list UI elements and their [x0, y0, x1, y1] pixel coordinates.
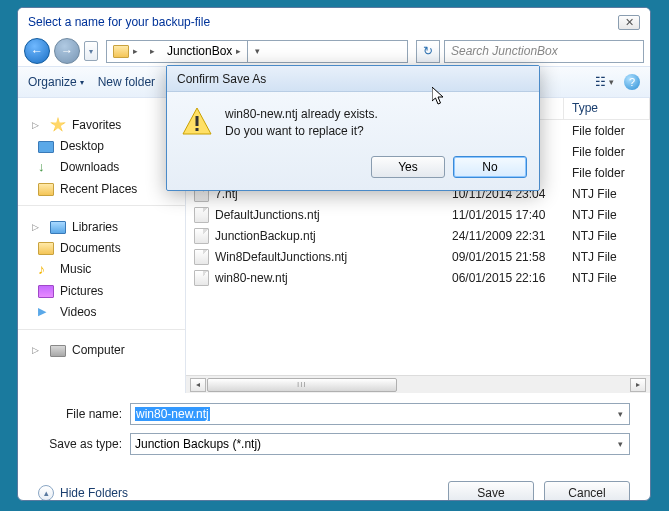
breadcrumb-item[interactable]: JunctionBox	[167, 44, 232, 58]
new-folder-button[interactable]: New folder	[98, 75, 155, 89]
sidebar-recent[interactable]: Recent Places	[18, 178, 185, 199]
file-icon	[194, 270, 209, 286]
collapse-icon: ▴	[38, 485, 54, 501]
action-bar: ▴ Hide Folders Save Cancel	[18, 471, 650, 501]
file-row[interactable]: DefaultJunctions.ntj11/01/2015 17:40NTJ …	[186, 204, 650, 225]
help-icon[interactable]: ?	[624, 74, 640, 90]
file-row[interactable]: win80-new.ntj06/01/2015 22:16NTJ File	[186, 267, 650, 288]
address-bar[interactable]: ▸ ▸ JunctionBox ▸ ▾	[106, 40, 408, 63]
scroll-right-arrow[interactable]: ▸	[630, 378, 646, 392]
sidebar-videos[interactable]: Videos	[18, 301, 185, 323]
confirm-dialog: Confirm Save As win80-new.ntj already ex…	[166, 65, 540, 191]
sidebar-downloads[interactable]: Downloads	[18, 156, 185, 178]
form-area: File name: win80-new.ntj Save as type: J…	[18, 393, 650, 471]
file-type: NTJ File	[564, 250, 650, 264]
no-button[interactable]: No	[453, 156, 527, 178]
refresh-button[interactable]: ↻	[416, 40, 440, 63]
sidebar-desktop[interactable]: Desktop	[18, 136, 185, 156]
file-date: 06/01/2015 22:16	[444, 271, 564, 285]
organize-menu[interactable]: Organize▾	[28, 75, 84, 89]
nav-history-chevron[interactable]: ▾	[84, 41, 98, 61]
svg-rect-1	[196, 116, 199, 126]
favorites-group[interactable]: ▷Favorites	[18, 114, 185, 136]
horizontal-scrollbar[interactable]: ◂ III ▸	[186, 375, 650, 393]
file-type: NTJ File	[564, 187, 650, 201]
file-icon	[194, 249, 209, 265]
nav-pane: ▷Favorites Desktop Downloads Recent Plac…	[18, 98, 186, 393]
sidebar-documents[interactable]: Documents	[18, 237, 185, 258]
sidebar-pictures[interactable]: Pictures	[18, 280, 185, 301]
svg-rect-2	[196, 128, 199, 131]
filename-input[interactable]: win80-new.ntj	[130, 403, 630, 425]
folder-icon	[113, 45, 129, 58]
file-date: 09/01/2015 21:58	[444, 250, 564, 264]
hide-folders-button[interactable]: ▴ Hide Folders	[38, 485, 128, 501]
window-title: Select a name for your backup-file	[28, 15, 210, 29]
file-row[interactable]: JunctionBackup.ntj24/11/2009 22:31NTJ Fi…	[186, 225, 650, 246]
videos-icon	[38, 304, 54, 320]
file-type: File folder	[564, 124, 650, 138]
dialog-message: win80-new.ntj already exists. Do you wan…	[225, 106, 378, 140]
computer-group[interactable]: ▷Computer	[18, 340, 185, 360]
type-label: Save as type:	[38, 437, 130, 451]
file-name: DefaultJunctions.ntj	[215, 208, 320, 222]
scroll-thumb[interactable]: III	[207, 378, 397, 392]
library-icon	[50, 221, 66, 234]
star-icon	[50, 117, 66, 133]
documents-icon	[38, 242, 54, 255]
type-select[interactable]: Junction Backups (*.ntj)	[130, 433, 630, 455]
file-row[interactable]: Win8DefaultJunctions.ntj09/01/2015 21:58…	[186, 246, 650, 267]
col-type[interactable]: Type	[564, 98, 650, 119]
music-icon	[38, 261, 54, 277]
file-type: File folder	[564, 166, 650, 180]
dialog-title: Confirm Save As	[167, 66, 539, 92]
file-name: win80-new.ntj	[215, 271, 288, 285]
cancel-button[interactable]: Cancel	[544, 481, 630, 501]
computer-icon	[50, 345, 66, 357]
desktop-icon	[38, 141, 54, 153]
file-icon	[194, 228, 209, 244]
file-icon	[194, 207, 209, 223]
file-type: NTJ File	[564, 271, 650, 285]
back-button[interactable]: ←	[24, 38, 50, 64]
file-type: File folder	[564, 145, 650, 159]
pictures-icon	[38, 285, 54, 298]
sidebar-music[interactable]: Music	[18, 258, 185, 280]
close-button[interactable]: ✕	[618, 15, 640, 30]
yes-button[interactable]: Yes	[371, 156, 445, 178]
scroll-left-arrow[interactable]: ◂	[190, 378, 206, 392]
nav-bar: ← → ▾ ▸ ▸ JunctionBox ▸ ▾ ↻ Search Junct…	[18, 36, 650, 66]
folder-icon	[38, 183, 54, 196]
file-name: JunctionBackup.ntj	[215, 229, 316, 243]
forward-button[interactable]: →	[54, 38, 80, 64]
search-input[interactable]: Search JunctionBox	[444, 40, 644, 63]
download-icon	[38, 159, 54, 175]
file-date: 24/11/2009 22:31	[444, 229, 564, 243]
address-dropdown[interactable]: ▾	[247, 41, 267, 62]
titlebar: Select a name for your backup-file ✕	[18, 8, 650, 36]
filename-label: File name:	[38, 407, 130, 421]
save-button[interactable]: Save	[448, 481, 534, 501]
view-options-button[interactable]: ☷ ▾	[595, 75, 614, 89]
warning-icon	[181, 106, 213, 138]
file-type: NTJ File	[564, 229, 650, 243]
file-type: NTJ File	[564, 208, 650, 222]
file-date: 11/01/2015 17:40	[444, 208, 564, 222]
libraries-group[interactable]: ▷Libraries	[18, 216, 185, 237]
file-name: Win8DefaultJunctions.ntj	[215, 250, 347, 264]
